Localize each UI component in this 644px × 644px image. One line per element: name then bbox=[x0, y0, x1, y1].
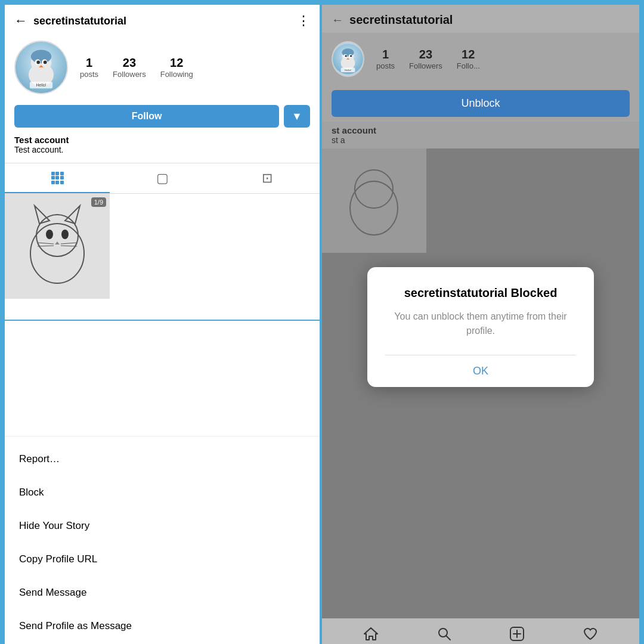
posts-count: 1 bbox=[86, 56, 92, 70]
follow-button-row: Follow ▼ bbox=[5, 100, 320, 132]
bird-avatar-svg: Hello! bbox=[16, 41, 67, 94]
grid-icon bbox=[51, 172, 64, 184]
avatar: Hello! bbox=[14, 41, 68, 94]
tab-reels[interactable]: ▢ bbox=[110, 163, 215, 193]
context-menu-item-report[interactable]: Report… bbox=[5, 442, 320, 476]
posts-stat[interactable]: 1 posts bbox=[80, 56, 98, 79]
cat-post-svg bbox=[5, 194, 110, 299]
back-button[interactable]: ← bbox=[14, 13, 27, 29]
svg-point-17 bbox=[61, 230, 69, 239]
svg-text:Hello!: Hello! bbox=[36, 83, 46, 87]
following-stat[interactable]: 12 Following bbox=[160, 56, 193, 79]
profile-info-row: Hello! 1 posts 23 Followers bbox=[5, 35, 320, 100]
followers-stat[interactable]: 23 Followers bbox=[113, 56, 146, 79]
profile-top-section: ← secretinstatutorial ⋮ bbox=[5, 5, 320, 321]
bio-section: Test account Test account. bbox=[5, 132, 320, 160]
header-left: ← secretinstatutorial bbox=[14, 13, 126, 29]
right-panel: ← secretinstatutorial bbox=[322, 5, 639, 644]
context-menu-item-block[interactable]: Block bbox=[5, 476, 320, 509]
avatar-image: Hello! bbox=[16, 42, 67, 93]
followers-label: Followers bbox=[113, 70, 146, 79]
context-menu-item-send-message[interactable]: Send Message bbox=[5, 576, 320, 609]
svg-point-7 bbox=[44, 61, 47, 64]
dialog-message: You can unblock them anytime from their … bbox=[385, 309, 576, 338]
following-count: 12 bbox=[170, 56, 183, 70]
tab-tagged[interactable]: ⊡ bbox=[215, 163, 320, 193]
follow-button[interactable]: Follow bbox=[14, 105, 279, 128]
profile-username: secretinstatutorial bbox=[33, 15, 126, 27]
context-menu: Report… Block Hide Your Story Copy Profi… bbox=[5, 436, 320, 644]
left-panel: ← secretinstatutorial ⋮ bbox=[5, 5, 322, 644]
context-menu-item-hide-story[interactable]: Hide Your Story bbox=[5, 509, 320, 543]
svg-point-3 bbox=[31, 49, 51, 63]
post-thumbnail[interactable]: 1/9 bbox=[5, 194, 110, 299]
context-menu-item-copy-url[interactable]: Copy Profile URL bbox=[5, 543, 320, 576]
stats-row: 1 posts 23 Followers 12 Following bbox=[80, 56, 193, 79]
dialog-title: secretinstatutorial Blocked bbox=[385, 286, 576, 300]
reels-icon: ▢ bbox=[156, 171, 169, 186]
bio-name: Test account bbox=[14, 135, 310, 145]
blocked-dialog-overlay: secretinstatutorial Blocked You can unbl… bbox=[322, 5, 639, 644]
dialog-ok-button[interactable]: OK bbox=[385, 355, 576, 387]
follow-dropdown-button[interactable]: ▼ bbox=[284, 105, 310, 128]
posts-label: posts bbox=[80, 70, 98, 79]
post-count-badge: 1/9 bbox=[91, 197, 106, 207]
tab-grid[interactable] bbox=[5, 163, 110, 193]
content-tabs: ▢ ⊡ bbox=[5, 163, 320, 194]
profile-header: ← secretinstatutorial ⋮ bbox=[5, 5, 320, 35]
more-options-button[interactable]: ⋮ bbox=[297, 13, 310, 29]
following-label: Following bbox=[160, 70, 193, 79]
tagged-icon: ⊡ bbox=[262, 171, 273, 186]
svg-point-16 bbox=[46, 230, 53, 239]
followers-count: 23 bbox=[123, 56, 136, 70]
app-container: ← secretinstatutorial ⋮ bbox=[0, 0, 644, 644]
context-menu-item-send-profile[interactable]: Send Profile as Message bbox=[5, 609, 320, 643]
blocked-dialog: secretinstatutorial Blocked You can unbl… bbox=[367, 267, 594, 387]
post-image bbox=[5, 194, 110, 299]
svg-point-6 bbox=[36, 61, 40, 64]
bio-description: Test account. bbox=[14, 145, 310, 154]
